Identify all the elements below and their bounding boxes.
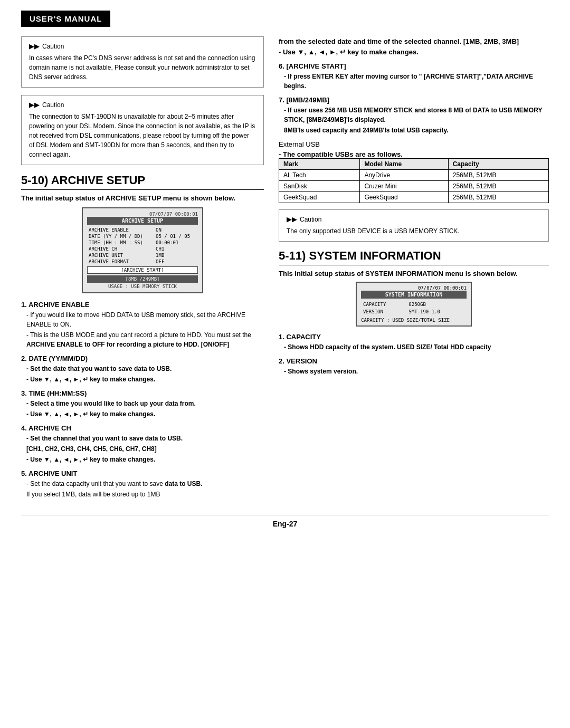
- sys-header: SYSTEM INFORMATION: [361, 291, 467, 299]
- ext-usb-subtitle: - The compatible USBs are as follows.: [279, 150, 549, 158]
- table-row: ARCHIVE UNIT1MB: [87, 252, 198, 258]
- list-item: - If user uses 256 MB USB MEMORY STICK a…: [284, 106, 549, 124]
- archive-start-label: [ARCHIVE START]: [87, 266, 198, 274]
- caution-text-3: The only supported USB DEVICE is a USB M…: [287, 226, 541, 236]
- model-cruzer: Cruzer Mini: [360, 181, 448, 192]
- list-item: 8MB'Is used capacity and 249MB'Is total …: [284, 126, 549, 135]
- right-intro: from the selected date and time of the s…: [279, 36, 549, 57]
- caution-arrow-1: ▶▶: [29, 42, 40, 50]
- archive-item-2-title: 2. DATE (YY/MM/DD): [21, 355, 264, 362]
- archive-item-5: 5. ARCHIVE UNIT - Set the data capacity …: [21, 470, 264, 499]
- archive-item-5-title: 5. ARCHIVE UNIT: [21, 470, 264, 477]
- archive-item-7-subitems: - If user uses 256 MB USB MEMORY STICK a…: [279, 106, 549, 135]
- system-info-subtitle: This initial setup status of SYSTEM INFO…: [279, 270, 549, 277]
- sys-item-1: 1. CAPACITY - Shows HDD capacity of the …: [279, 333, 549, 352]
- page: USER'S MANUAL ▶▶ Caution In cases where …: [0, 0, 570, 728]
- table-header-row: Mark Model Name Capacity: [279, 159, 549, 170]
- caution-box-1: ▶▶ Caution In cases where the PC's DNS s…: [21, 36, 264, 88]
- table-row: SanDisk Cruzer Mini 256MB, 512MB: [279, 181, 549, 192]
- archive-setup-title: 5-10) ARCHIVE SETUP: [21, 174, 264, 190]
- table-row: ARCHIVE ENABLEON: [87, 227, 198, 233]
- col-header-mark: Mark: [279, 159, 360, 170]
- archive-item-4-subitems: - Set the channel that you want to save …: [21, 434, 264, 464]
- archive-item-6-title: 6. [ARCHIVE START]: [279, 62, 549, 70]
- archive-item-1: 1. ARCHIVE ENABLE - If you would like to…: [21, 301, 264, 349]
- col-header-capacity: Capacity: [448, 159, 548, 170]
- archive-item-3-subitems: - Select a time you would like to back u…: [21, 399, 264, 419]
- table-row: AL Tech AnyDrive 256MB, 512MB: [279, 170, 549, 181]
- caution-box-2: ▶▶ Caution The connection to SMT-190DN i…: [21, 95, 264, 165]
- system-info-screen: 07/07/07 00:00:01 SYSTEM INFORMATION CAP…: [356, 282, 472, 327]
- table-row: ARCHIVE CHCH1: [87, 246, 198, 252]
- sys-note: CAPACITY : USED SIZE/TOTAL SIZE: [361, 318, 467, 323]
- ext-usb-title: External USB: [279, 140, 549, 148]
- footer: Eng-27: [21, 515, 549, 528]
- header-bar: USER'S MANUAL: [21, 11, 110, 27]
- archive-item-5-subitems: - Set the data capacity unit that you wa…: [21, 479, 264, 499]
- screen-header: ARCHIVE SETUP: [87, 217, 198, 225]
- archive-item-4: 4. ARCHIVE CH - Set the channel that you…: [21, 424, 264, 464]
- cap-sandisk: 256MB, 512MB: [448, 181, 548, 192]
- table-row: VERSION SMT-190 1.0: [361, 308, 467, 315]
- sys-item-1-subitems: - Shows HDD capacity of the system. USED…: [279, 342, 549, 352]
- table-row: TIME (HH : MM : SS)00:00:01: [87, 240, 198, 246]
- caution-arrow-3: ▶▶: [287, 215, 297, 223]
- table-row: GeekSquad GeekSquad 256MB, 512MB: [279, 192, 549, 203]
- table-row: ARCHIVE FORMATOFF: [87, 258, 198, 265]
- list-item: - Shows HDD capacity of the system. USED…: [284, 342, 549, 352]
- list-item: - Set the channel that you want to save …: [26, 434, 264, 443]
- caution-text-1: In cases where the PC's DNS server addre…: [29, 53, 256, 82]
- mark-al-tech: AL Tech: [279, 170, 360, 181]
- model-geeksquad: GeekSquad: [360, 192, 448, 203]
- caution-label-3: ▶▶ Caution: [287, 215, 541, 223]
- list-item: - Use ▼, ▲, ◄, ►, ↵ key to make changes.: [26, 409, 264, 419]
- list-item: - If you would like to move HDD DATA to …: [26, 310, 264, 329]
- mark-sandisk: SanDisk: [279, 181, 360, 192]
- archive-item-6-subitems: - If press ENTER KEY after moving cursor…: [279, 72, 549, 91]
- list-item: - If press ENTER KEY after moving cursor…: [284, 72, 549, 91]
- sys-item-2-subitems: - Shows system version.: [279, 367, 549, 376]
- sys-time: 07/07/07 00:00:01: [361, 285, 467, 291]
- archive-item-4-title: 4. ARCHIVE CH: [21, 424, 264, 432]
- sys-item-1-title: 1. CAPACITY: [279, 333, 549, 341]
- list-item: - Use ▼, ▲, ◄, ►, ↵ key to make changes.: [26, 455, 264, 464]
- header-title: USER'S MANUAL: [30, 14, 102, 23]
- caution-text-2: The connection to SMT-190DN is unavailab…: [29, 112, 256, 159]
- main-two-col: ▶▶ Caution In cases where the PC's DNS s…: [21, 36, 549, 504]
- caution-label-2: ▶▶ Caution: [29, 101, 256, 109]
- table-row: DATE (YY / MM / DD)05 / 01 / 05: [87, 233, 198, 240]
- model-anydrive: AnyDrive: [360, 170, 448, 181]
- archive-item-6: 6. [ARCHIVE START] - If press ENTER KEY …: [279, 62, 549, 91]
- caution-label-1: ▶▶ Caution: [29, 42, 256, 50]
- list-item: If you select 1MB, data will be stored u…: [26, 490, 264, 499]
- caution-arrow-2: ▶▶: [29, 101, 40, 109]
- table-row: CAPACITY 0250GB: [361, 301, 467, 308]
- cap-geeksquad: 256MB, 512MB: [448, 192, 548, 203]
- list-item: - Use ▼, ▲, ◄, ►, ↵ key to make changes.: [26, 375, 264, 384]
- system-info-title: 5-11) SYSTEM INFORMATION: [279, 249, 549, 265]
- left-column: ▶▶ Caution In cases where the PC's DNS s…: [21, 36, 264, 504]
- caution-box-3: ▶▶ Caution The only supported USB DEVICE…: [279, 209, 549, 242]
- footer-label: Eng-27: [273, 520, 298, 528]
- list-item: - Set the date that you want to save dat…: [26, 364, 264, 373]
- sys-item-2: 2. VERSION - Shows system version.: [279, 357, 549, 376]
- archive-item-3: 3. TIME (HH:MM:SS) - Select a time you w…: [21, 389, 264, 419]
- archive-item-2: 2. DATE (YY/MM/DD) - Set the date that y…: [21, 355, 264, 384]
- archive-item-3-title: 3. TIME (HH:MM:SS): [21, 389, 264, 397]
- usage-label: USAGE : USB MEMORY STICK: [87, 284, 198, 289]
- right-column: from the selected date and time of the s…: [279, 36, 549, 504]
- sys-item-2-title: 2. VERSION: [279, 357, 549, 365]
- list-item: - Shows system version.: [284, 367, 549, 376]
- usb-compatibility-table: Mark Model Name Capacity AL Tech AnyDriv…: [279, 158, 549, 203]
- mark-geeksquad: GeekSquad: [279, 192, 360, 203]
- screen-time: 07/07/07 00:00:01: [87, 212, 198, 217]
- col-header-model: Model Name: [360, 159, 448, 170]
- list-item: - Set the data capacity unit that you wa…: [26, 479, 264, 488]
- archive-setup-subtitle: The initial setup status of ARCHIVE SETU…: [21, 194, 264, 202]
- screen-bottom-bar: [8MB /249MB]: [87, 275, 198, 283]
- use-keys-text: - Use ▼, ▲, ◄, ►, ↵ key to make changes.: [279, 48, 419, 56]
- archive-item-1-subitems: - If you would like to move HDD DATA to …: [21, 310, 264, 349]
- sys-table: CAPACITY 0250GB VERSION SMT-190 1.0: [361, 301, 467, 315]
- archive-setup-screen: 07/07/07 00:00:01 ARCHIVE SETUP ARCHIVE …: [82, 207, 203, 293]
- archive-item-2-subitems: - Set the date that you want to save dat…: [21, 364, 264, 384]
